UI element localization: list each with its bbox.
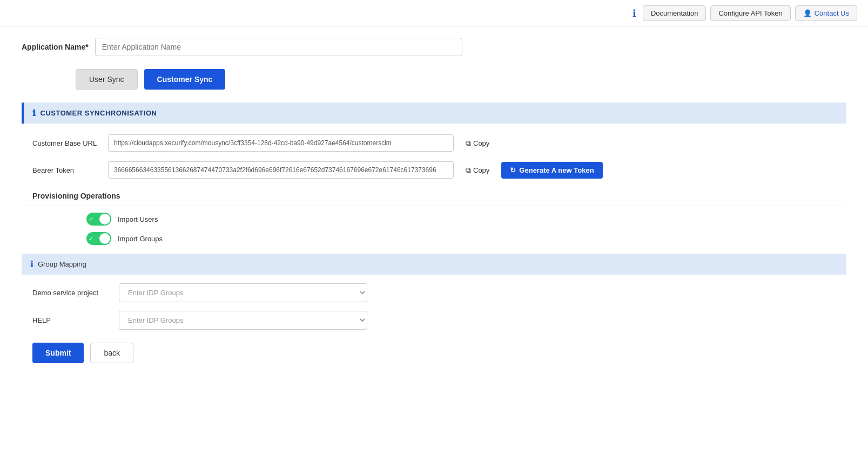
import-groups-label: Import Groups: [118, 235, 163, 243]
copy-url-button[interactable]: ⧉ Copy: [459, 135, 496, 151]
submit-label: Submit: [45, 349, 71, 357]
contact-us-label: Contact Us: [815, 9, 849, 17]
provisioning-title: Provisioning Operations: [22, 192, 846, 206]
bearer-token-label: Bearer Token: [32, 166, 108, 174]
bearer-token-row: Bearer Token ⧉ Copy ↻ Generate A new Tok…: [22, 161, 846, 179]
app-name-row: Application Name*: [22, 38, 846, 56]
import-users-row: ✓ Import Users: [22, 213, 846, 226]
help-label: HELP: [32, 316, 119, 324]
configure-token-label: Configure API Token: [718, 9, 782, 17]
sync-buttons-row: User Sync Customer Sync: [22, 69, 846, 90]
base-url-row: Customer Base URL ⧉ Copy: [22, 134, 846, 152]
copy-url-icon: ⧉: [466, 139, 471, 148]
customer-sync-info-icon: ℹ: [32, 108, 36, 118]
app-name-input[interactable]: [95, 38, 462, 56]
top-bar: ℹ Documentation Configure API Token 👤 Co…: [0, 0, 868, 27]
group-mapping-header: ℹ Group Mapping: [22, 254, 846, 275]
base-url-label: Customer Base URL: [32, 139, 108, 147]
toggle-check-icon: ✓: [89, 216, 93, 223]
customer-sync-section-title: CUSTOMER SYNCHRONISATION: [41, 109, 157, 117]
customer-sync-section-header: ℹ CUSTOMER SYNCHRONISATION: [22, 103, 846, 124]
back-label: back: [104, 349, 120, 357]
submit-button[interactable]: Submit: [32, 343, 84, 363]
toggle-groups-knob: [99, 233, 110, 244]
contact-us-button[interactable]: 👤 Contact Us: [795, 5, 857, 21]
customer-sync-button[interactable]: Customer Sync: [144, 69, 226, 90]
copy-token-button[interactable]: ⧉ Copy: [459, 162, 496, 178]
demo-service-label: Demo service project: [32, 289, 119, 297]
toggle-groups-check-icon: ✓: [89, 235, 93, 242]
group-mapping-info-icon: ℹ: [30, 259, 33, 269]
import-users-label: Import Users: [118, 215, 158, 223]
help-select[interactable]: Enter IDP Groups: [119, 311, 367, 330]
copy-url-label: Copy: [473, 139, 489, 147]
user-sync-button[interactable]: User Sync: [76, 69, 138, 90]
bottom-buttons: Submit back: [22, 343, 846, 363]
import-groups-row: ✓ Import Groups: [22, 232, 846, 245]
copy-token-label: Copy: [473, 166, 489, 174]
toggle-knob: [99, 214, 110, 224]
info-icon: ℹ: [633, 8, 636, 19]
main-content: Application Name* User Sync Customer Syn…: [0, 27, 868, 385]
copy-token-icon: ⧉: [466, 166, 471, 175]
configure-token-button[interactable]: Configure API Token: [710, 5, 790, 21]
group-mapping-title: Group Mapping: [38, 260, 86, 268]
documentation-button[interactable]: Documentation: [643, 5, 706, 21]
demo-service-row: Demo service project Enter IDP Groups: [22, 283, 846, 302]
provisioning-section: Provisioning Operations ✓ Import Users ✓…: [22, 192, 846, 245]
base-url-input[interactable]: [108, 134, 454, 152]
bearer-token-input[interactable]: [108, 161, 454, 179]
help-row: HELP Enter IDP Groups: [22, 311, 846, 330]
generate-token-button[interactable]: ↻ Generate A new Token: [501, 162, 602, 179]
import-users-toggle[interactable]: ✓: [86, 213, 111, 226]
demo-service-select[interactable]: Enter IDP Groups: [119, 283, 367, 302]
documentation-label: Documentation: [651, 9, 698, 17]
app-name-label: Application Name*: [22, 43, 89, 51]
refresh-icon: ↻: [510, 166, 516, 174]
customer-sync-label: Customer Sync: [157, 75, 213, 84]
contact-icon: 👤: [803, 9, 812, 17]
generate-token-label: Generate A new Token: [519, 166, 594, 174]
user-sync-label: User Sync: [89, 75, 124, 84]
back-button[interactable]: back: [90, 343, 133, 363]
import-groups-toggle[interactable]: ✓: [86, 232, 111, 245]
